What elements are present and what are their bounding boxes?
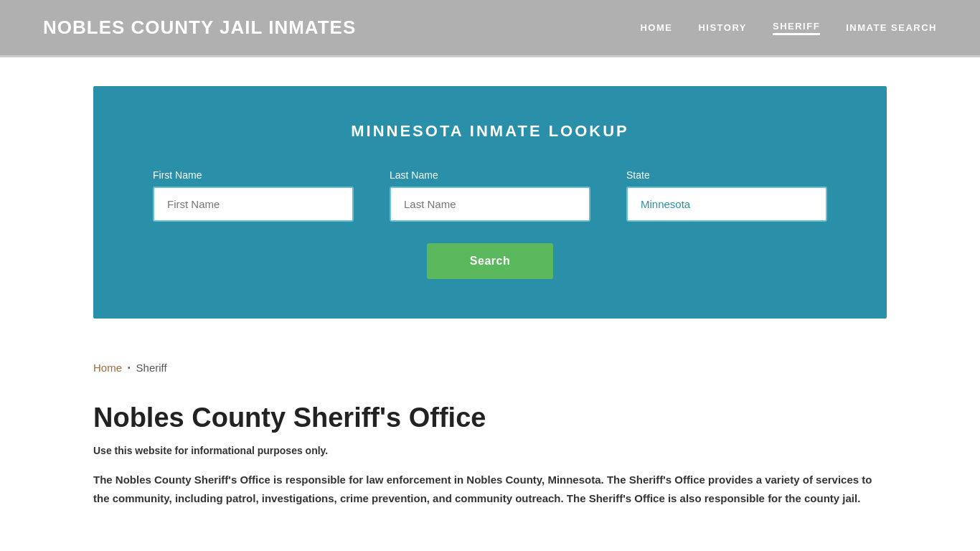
nav-history[interactable]: HISTORY xyxy=(698,22,747,33)
page-title: Nobles County Sheriff's Office xyxy=(93,402,887,433)
search-button[interactable]: Search xyxy=(427,243,553,279)
state-input[interactable] xyxy=(626,187,827,222)
site-title: NOBLES COUNTY JAIL INMATES xyxy=(43,17,356,39)
breadcrumb-separator: • xyxy=(128,364,131,372)
search-fields: First Name Last Name State xyxy=(187,169,793,222)
disclaimer-text: Use this website for informational purpo… xyxy=(93,445,887,456)
description-text: The Nobles County Sheriff's Office is re… xyxy=(93,471,882,507)
first-name-label: First Name xyxy=(153,169,354,181)
last-name-group: Last Name xyxy=(390,169,590,222)
search-banner: MINNESOTA INMATE LOOKUP First Name Last … xyxy=(93,86,887,319)
main-nav: HOME HISTORY SHERIFF INMATE SEARCH xyxy=(640,21,937,35)
last-name-input[interactable] xyxy=(390,187,590,222)
search-banner-title: MINNESOTA INMATE LOOKUP xyxy=(187,122,793,141)
inmate-search-form: First Name Last Name State Search xyxy=(187,169,793,279)
nav-inmate-search[interactable]: INMATE SEARCH xyxy=(846,22,937,33)
nav-home[interactable]: HOME xyxy=(640,22,672,33)
breadcrumb-home[interactable]: Home xyxy=(93,362,122,374)
first-name-input[interactable] xyxy=(153,187,354,222)
nav-sheriff[interactable]: SHERIFF xyxy=(773,21,820,35)
state-group: State xyxy=(626,169,827,222)
first-name-group: First Name xyxy=(153,169,354,222)
breadcrumb: Home • Sheriff xyxy=(0,347,980,381)
breadcrumb-current: Sheriff xyxy=(136,362,167,374)
site-header: NOBLES COUNTY JAIL INMATES HOME HISTORY … xyxy=(0,0,980,57)
last-name-label: Last Name xyxy=(390,169,590,181)
main-content: Nobles County Sheriff's Office Use this … xyxy=(0,381,980,536)
state-label: State xyxy=(626,169,827,181)
